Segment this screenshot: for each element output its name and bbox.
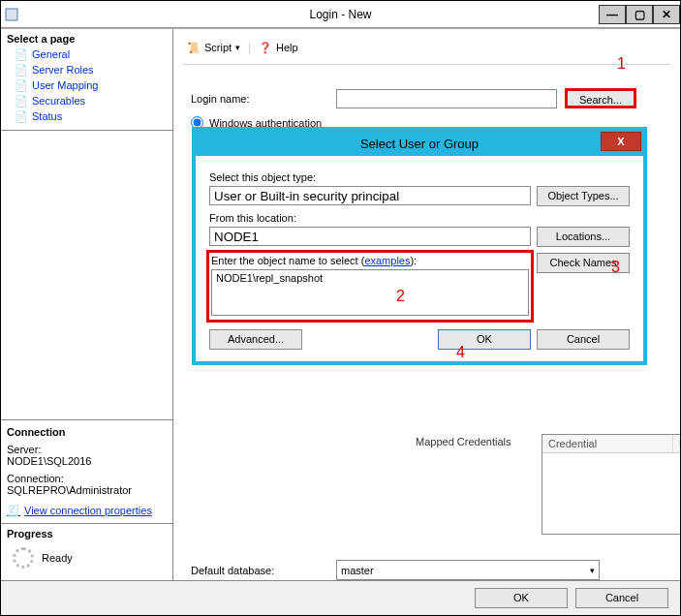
dialog-title: Select User or Group <box>360 137 479 151</box>
login-name-label: Login name: <box>183 93 328 105</box>
chevron-down-icon: ▾ <box>590 566 595 575</box>
help-icon: ❓ <box>259 41 272 54</box>
progress-spinner-icon <box>13 547 34 569</box>
dropdown-icon: ▾ <box>235 43 240 52</box>
location-field <box>209 227 531 246</box>
script-label: Script <box>204 42 232 53</box>
sidebar-item-label: Securables <box>32 95 85 107</box>
examples-link[interactable]: examples <box>364 255 410 266</box>
window-cancel-button[interactable]: Cancel <box>575 588 668 608</box>
sidebar-item-user-mapping[interactable]: 📄 User Mapping <box>7 77 167 93</box>
default-db-combo[interactable]: master ▾ <box>336 560 600 580</box>
connection-section: Connection Server: NODE1\SQL2016 Connect… <box>1 419 172 524</box>
minimize-button[interactable]: — <box>599 5 626 24</box>
connection-header: Connection <box>7 426 167 438</box>
cred-col-provider: Provider <box>673 435 681 452</box>
location-label: From this location: <box>209 212 630 224</box>
page-icon: 📄 <box>15 63 28 77</box>
sidebar-item-label: Server Roles <box>32 64 94 76</box>
properties-icon: 🧾 <box>7 504 20 517</box>
locations-button[interactable]: Locations... <box>537 227 630 247</box>
object-types-button[interactable]: Object Types... <box>537 186 630 206</box>
dialog-titlebar: Select User or Group X <box>196 131 643 156</box>
default-db-value: master <box>341 565 374 576</box>
script-button[interactable]: 📜 Script ▾ <box>183 39 244 56</box>
credentials-listbox[interactable]: Credential Provider <box>542 434 681 535</box>
window-title: Login - New <box>1 8 680 21</box>
default-db-label: Default database: <box>183 565 328 576</box>
sidebar-item-securables[interactable]: 📄 Securables <box>7 93 167 108</box>
help-button[interactable]: ❓ Help <box>255 39 302 56</box>
titlebar: Login - New — ▢ ✕ <box>1 1 680 28</box>
help-label: Help <box>276 42 298 53</box>
progress-section: Progress Ready <box>1 524 172 580</box>
login-name-input[interactable] <box>336 89 557 108</box>
conn-value: SQLREPRO\Administrator <box>7 484 167 496</box>
maximize-button[interactable]: ▢ <box>626 5 653 24</box>
cred-col-credential: Credential <box>542 435 673 452</box>
object-names-input[interactable] <box>211 269 529 316</box>
sidebar-item-general[interactable]: 📄 General <box>7 46 167 62</box>
page-icon: 📄 <box>15 78 28 92</box>
sidebar-item-label: User Mapping <box>32 79 98 91</box>
svg-rect-0 <box>6 9 17 20</box>
advanced-button[interactable]: Advanced... <box>209 329 302 350</box>
sidebar: Select a page 📄 General 📄 Server Roles 📄… <box>1 29 173 580</box>
dialog-cancel-button[interactable]: Cancel <box>537 329 630 350</box>
sidebar-item-status[interactable]: 📄 Status <box>7 108 167 124</box>
page-icon: 📄 <box>15 47 28 61</box>
object-type-field <box>209 186 531 205</box>
close-button[interactable]: ✕ <box>653 5 680 24</box>
select-page-header: Select a page <box>7 33 167 45</box>
bottom-bar: OK Cancel <box>1 580 680 615</box>
search-button[interactable]: Search... <box>565 88 636 108</box>
window-ok-button[interactable]: OK <box>475 588 568 608</box>
app-icon <box>5 8 18 21</box>
login-name-row: Login name: Search... <box>183 88 670 108</box>
sidebar-item-label: General <box>32 48 70 60</box>
progress-header: Progress <box>7 528 167 539</box>
mapped-credentials-label: Mapped Credentials <box>416 436 511 447</box>
login-window: Login - New — ▢ ✕ Select a page 📄 Genera… <box>0 0 681 616</box>
dialog-ok-button[interactable]: OK <box>438 329 531 350</box>
page-icon: 📄 <box>15 94 28 108</box>
conn-label: Connection: <box>7 473 167 484</box>
script-icon: 📜 <box>187 41 201 54</box>
select-user-dialog: Select User or Group X Select this objec… <box>192 127 647 365</box>
server-value: NODE1\SQL2016 <box>7 455 167 467</box>
check-names-button[interactable]: Check Names <box>537 253 630 273</box>
dialog-close-button[interactable]: X <box>601 132 641 151</box>
sidebar-item-label: Status <box>32 110 62 122</box>
view-connection-properties-link[interactable]: 🧾 View connection properties <box>7 504 152 517</box>
link-text: View connection properties <box>24 505 152 516</box>
object-names-label: Enter the object name to select (example… <box>211 255 529 266</box>
select-page-section: Select a page 📄 General 📄 Server Roles 📄… <box>1 29 172 131</box>
credentials-header: Credential Provider <box>542 435 681 453</box>
object-type-label: Select this object type: <box>209 171 630 183</box>
progress-status: Ready <box>42 552 73 564</box>
page-icon: 📄 <box>15 109 28 123</box>
server-label: Server: <box>7 444 167 455</box>
sidebar-item-server-roles[interactable]: 📄 Server Roles <box>7 62 167 77</box>
toolbar: 📜 Script ▾ | ❓ Help <box>183 35 670 65</box>
